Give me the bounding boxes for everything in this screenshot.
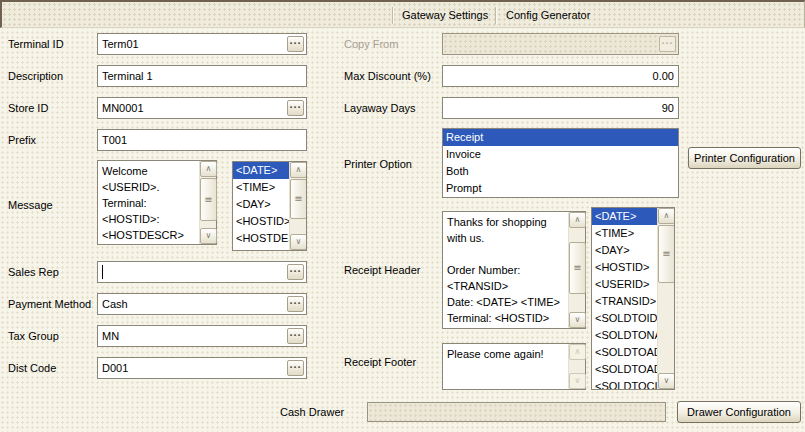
- scroll-down-icon: ∨: [201, 229, 216, 243]
- scroll-thumb[interactable]: ≡: [569, 242, 586, 294]
- tax-group-value: MN: [102, 326, 284, 346]
- list-item-hostid[interactable]: <HOSTID>: [233, 213, 289, 230]
- scroll-up-button[interactable]: ∧: [658, 208, 675, 224]
- sales-rep-field[interactable]: ...: [97, 261, 307, 283]
- message-label: Message: [8, 199, 53, 211]
- list-item-soldtoaddr2[interactable]: <SOLDTOADDR2>: [592, 361, 657, 378]
- message-scrollbar[interactable]: ∧ ≡ ∨: [199, 161, 216, 244]
- scroll-down-button[interactable]: ∨: [569, 312, 586, 328]
- list-item-hostid[interactable]: <HOSTID>: [592, 259, 657, 276]
- cash-drawer-field: [367, 402, 666, 422]
- list-item-time[interactable]: <TIME>: [233, 179, 289, 196]
- list-item-userid[interactable]: <USERID>: [592, 276, 657, 293]
- scroll-down-icon: ∨: [570, 374, 585, 388]
- receipt-footer-textarea[interactable]: Please come again! ∧ ∨: [442, 343, 586, 390]
- scroll-down-icon: ∨: [570, 313, 585, 327]
- terminal-id-browse-button[interactable]: ...: [287, 36, 304, 52]
- list-item-both[interactable]: Both: [443, 163, 678, 180]
- copy-from-browse-button: ...: [659, 36, 676, 52]
- scroll-up-icon: ∧: [201, 162, 216, 176]
- terminal-settings-window: Gateway Settings Config Generator Termin…: [0, 0, 805, 432]
- drawer-configuration-button[interactable]: Drawer Configuration: [677, 401, 801, 423]
- receipt-header-label: Receipt Header: [344, 264, 420, 276]
- list-item-time[interactable]: <TIME>: [592, 225, 657, 242]
- list-item-soldtoname[interactable]: <SOLDTONAME>: [592, 327, 657, 344]
- list-item-soldtocity[interactable]: <SOLDTOCITY>: [592, 378, 657, 390]
- printer-option-list[interactable]: Receipt Invoice Both Prompt: [442, 128, 679, 198]
- tax-group-field[interactable]: MN ...: [97, 325, 307, 347]
- dist-code-browse-button[interactable]: ...: [287, 360, 304, 376]
- sales-rep-browse-button[interactable]: ...: [287, 264, 304, 280]
- terminal-id-value: Term01: [102, 34, 284, 54]
- dist-code-label: Dist Code: [8, 362, 56, 374]
- payment-method-browse-button[interactable]: ...: [287, 296, 304, 312]
- scroll-up-button: ∧: [569, 344, 586, 360]
- copy-from-value: [447, 34, 656, 54]
- scroll-up-button[interactable]: ∧: [200, 161, 217, 177]
- list-item-transid[interactable]: <TRANSID>: [592, 293, 657, 310]
- list-item-receipt[interactable]: Receipt: [443, 129, 678, 146]
- scroll-up-button[interactable]: ∧: [569, 212, 586, 228]
- scroll-down-button[interactable]: ∨: [658, 373, 675, 389]
- payment-method-label: Payment Method: [8, 298, 91, 310]
- scroll-down-button[interactable]: ∨: [290, 234, 307, 250]
- dist-code-field[interactable]: D001 ...: [97, 357, 307, 379]
- store-id-browse-button[interactable]: ...: [287, 100, 304, 116]
- payment-method-value: Cash: [102, 294, 284, 314]
- max-discount-label: Max Discount (%): [344, 70, 431, 82]
- scroll-down-icon: ∨: [291, 235, 306, 249]
- list-item-day[interactable]: <DAY>: [233, 196, 289, 213]
- store-id-field[interactable]: MN0001 ...: [97, 97, 307, 119]
- message-tags-list[interactable]: <DATE> <TIME> <DAY> <HOSTID> <HOSTDESCR>…: [232, 161, 307, 251]
- list-item-soldtoid[interactable]: <SOLDTOID>: [592, 310, 657, 327]
- sales-rep-value: [102, 262, 284, 282]
- tax-group-label: Tax Group: [8, 330, 59, 342]
- prefix-field[interactable]: T001: [97, 129, 307, 151]
- receipt-tags-list[interactable]: <DATE> <TIME> <DAY> <HOSTID> <USERID> <T…: [591, 207, 675, 390]
- toolbar-button-gateway-settings[interactable]: Gateway Settings: [398, 8, 492, 24]
- receipt-header-scrollbar[interactable]: ∧ ≡ ∨: [568, 212, 585, 328]
- cash-drawer-label: Cash Drawer: [280, 406, 344, 418]
- list-item-userid[interactable]: <USERID>: [233, 247, 289, 251]
- receipt-footer-text: Please come again!: [443, 345, 567, 388]
- toolbar-button-config-generator[interactable]: Config Generator: [502, 8, 594, 24]
- grip-icon: ≡: [659, 248, 674, 260]
- scroll-thumb[interactable]: ≡: [290, 179, 307, 219]
- description-label: Description: [8, 70, 63, 82]
- max-discount-field[interactable]: 0.00: [442, 65, 679, 87]
- list-item-day[interactable]: <DAY>: [592, 242, 657, 259]
- scroll-up-icon: ∧: [659, 209, 674, 223]
- layaway-days-field[interactable]: 90: [442, 97, 679, 119]
- receipt-header-textarea[interactable]: Thanks for shopping with us. Order Numbe…: [442, 211, 586, 329]
- receipt-header-text: Thanks for shopping with us. Order Numbe…: [443, 213, 567, 327]
- prefix-label: Prefix: [8, 134, 36, 146]
- receipt-tags-scrollbar[interactable]: ∧ ≡ ∨: [657, 208, 674, 389]
- list-item-date[interactable]: <DATE>: [592, 208, 657, 225]
- message-tags-scrollbar[interactable]: ∧ ≡ ∨: [289, 162, 306, 250]
- list-item-invoice[interactable]: Invoice: [443, 146, 678, 163]
- list-item-date[interactable]: <DATE>: [233, 162, 289, 179]
- copy-from-field: ...: [442, 33, 679, 55]
- scroll-down-button[interactable]: ∨: [200, 228, 217, 244]
- payment-method-field[interactable]: Cash ...: [97, 293, 307, 315]
- ellipsis-icon: ...: [288, 265, 303, 272]
- printer-configuration-button[interactable]: Printer Configuration: [688, 147, 801, 169]
- ellipsis-icon: ...: [288, 101, 303, 108]
- list-item-soldtoaddr1[interactable]: <SOLDTOADDR1>: [592, 344, 657, 361]
- ellipsis-icon: ...: [288, 37, 303, 44]
- max-discount-value: 0.00: [447, 66, 674, 86]
- list-item-prompt[interactable]: Prompt: [443, 180, 678, 197]
- scroll-thumb[interactable]: ≡: [200, 178, 217, 221]
- receipt-footer-label: Receipt Footer: [344, 356, 416, 368]
- description-field[interactable]: Terminal 1: [97, 65, 307, 87]
- message-textarea[interactable]: Welcome <USERID>. Terminal: <HOSTID>: <H…: [97, 160, 217, 245]
- terminal-id-field[interactable]: Term01 ...: [97, 33, 307, 55]
- scroll-thumb[interactable]: ≡: [658, 225, 675, 283]
- scroll-up-button[interactable]: ∧: [290, 162, 307, 178]
- terminal-id-label: Terminal ID: [8, 38, 64, 50]
- ellipsis-icon: ...: [660, 37, 675, 44]
- receipt-footer-scrollbar: ∧ ∨: [568, 344, 585, 389]
- list-item-hostdescr[interactable]: <HOSTDESCR>: [233, 230, 289, 247]
- tax-group-browse-button[interactable]: ...: [287, 328, 304, 344]
- cash-drawer-value: [372, 403, 661, 421]
